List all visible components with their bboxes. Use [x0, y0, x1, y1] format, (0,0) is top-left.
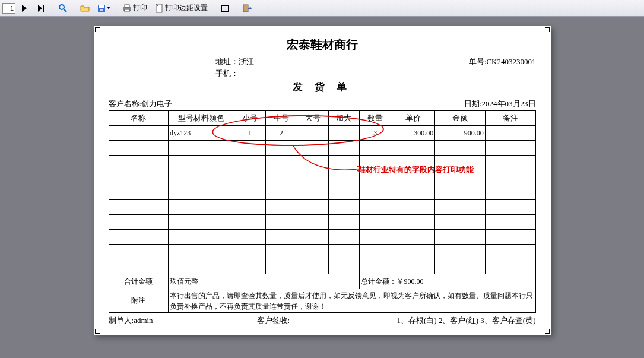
- table-row: [109, 245, 535, 259]
- svg-rect-8: [125, 9, 129, 12]
- table-row: [109, 185, 535, 200]
- print-margin-button[interactable]: 打印边距设置: [151, 1, 211, 15]
- page-margin-icon: [154, 4, 164, 13]
- printer-icon: [122, 4, 132, 13]
- next-end-icon: [36, 4, 46, 13]
- col-price: 单价: [391, 111, 435, 126]
- table-row: dyz123 1 2 3 300.00 900.00: [109, 126, 535, 141]
- print-label: 打印: [133, 3, 147, 13]
- next-page-button[interactable]: [17, 2, 32, 15]
- doc-type-title: 发 货 单: [109, 80, 536, 94]
- table-row: [109, 230, 535, 245]
- note-label: 附注: [109, 289, 168, 313]
- folder-open-icon: [80, 4, 90, 13]
- col-small: 小号: [234, 111, 265, 126]
- table-row: [109, 141, 535, 156]
- col-large: 大号: [297, 111, 328, 126]
- svg-line-2: [64, 9, 66, 12]
- copies-legend: 1、存根(白) 2、客户(红) 3、客户存查(黄): [364, 315, 536, 326]
- table-row: [109, 156, 535, 170]
- maker: 制单人:admin: [109, 315, 257, 326]
- grand-total: 总计金额：￥900.00: [360, 274, 535, 289]
- col-qty: 数量: [360, 111, 391, 126]
- items-table: 名称 型号材料颜色 小号 中号 大号 加大 数量 单价 金额 备注 dyz123…: [109, 110, 536, 313]
- svg-rect-5: [100, 9, 103, 11]
- page-number-input[interactable]: [2, 3, 15, 14]
- table-row: [109, 170, 535, 185]
- table-row: [109, 215, 535, 230]
- window-mode-button[interactable]: [217, 2, 233, 15]
- svg-rect-7: [125, 5, 129, 7]
- note-row: 附注 本行出售的产品，请即查验其数量，质量后才使用，如无反馈意见，即视为客户所确…: [109, 289, 535, 313]
- customer-name: 客户名称:创力电子: [109, 99, 173, 109]
- table-row: [109, 259, 535, 274]
- col-amount: 金额: [435, 111, 486, 126]
- phone-line: 手机：: [215, 68, 239, 79]
- print-preview-toolbar: ▾ 打印 打印边距设置: [0, 0, 644, 17]
- svg-rect-10: [221, 5, 229, 11]
- customer-sign: 客户签收:: [257, 315, 364, 326]
- svg-point-1: [59, 5, 64, 9]
- preview-canvas: 宏泰鞋材商行 地址：浙江 单号:CK2403230001 手机： 发 货 单 客…: [0, 17, 644, 358]
- magnifier-icon: [58, 4, 68, 13]
- total-chinese: 玖佰元整: [168, 274, 359, 289]
- total-label: 合计金额: [109, 274, 168, 289]
- floppy-disk-icon: [97, 4, 106, 13]
- save-button[interactable]: ▾: [94, 2, 113, 15]
- document-page: 宏泰鞋材商行 地址：浙江 单号:CK2403230001 手机： 发 货 单 客…: [94, 26, 551, 335]
- exit-door-icon: [242, 4, 252, 13]
- col-remark: 备注: [485, 111, 535, 126]
- zoom-button[interactable]: [55, 2, 71, 15]
- order-number: 单号:CK2403230001: [469, 56, 536, 67]
- dropdown-arrow-icon: ▾: [107, 5, 110, 11]
- company-title: 宏泰鞋材商行: [109, 37, 536, 53]
- col-medium: 中号: [265, 111, 297, 126]
- print-button[interactable]: 打印: [119, 1, 150, 15]
- total-row: 合计金额 玖佰元整 总计金额：￥900.00: [109, 274, 535, 289]
- footer-row: 制单人:admin 客户签收: 1、存根(白) 2、客户(红) 3、客户存查(黄…: [109, 315, 536, 326]
- col-model: 型号材料颜色: [168, 111, 234, 126]
- margin-label: 打印边距设置: [165, 3, 208, 13]
- open-button[interactable]: [77, 2, 93, 15]
- svg-rect-0: [43, 5, 44, 12]
- play-icon: [20, 4, 29, 13]
- exit-button[interactable]: [239, 2, 255, 15]
- doc-date: 日期:2024年03月23日: [464, 99, 536, 109]
- col-xl: 加大: [328, 111, 360, 126]
- window-icon: [220, 4, 230, 13]
- svg-rect-4: [99, 5, 104, 8]
- table-row: [109, 200, 535, 215]
- address-line: 地址：浙江: [215, 56, 254, 67]
- svg-rect-11: [243, 5, 248, 12]
- last-page-button[interactable]: [33, 2, 49, 15]
- note-text: 本行出售的产品，请即查验其数量，质量后才使用，如无反馈意见，即视为客户所确认，如…: [168, 289, 535, 313]
- col-name: 名称: [109, 111, 168, 126]
- header-row: 名称 型号材料颜色 小号 中号 大号 加大 数量 单价 金额 备注: [109, 111, 535, 126]
